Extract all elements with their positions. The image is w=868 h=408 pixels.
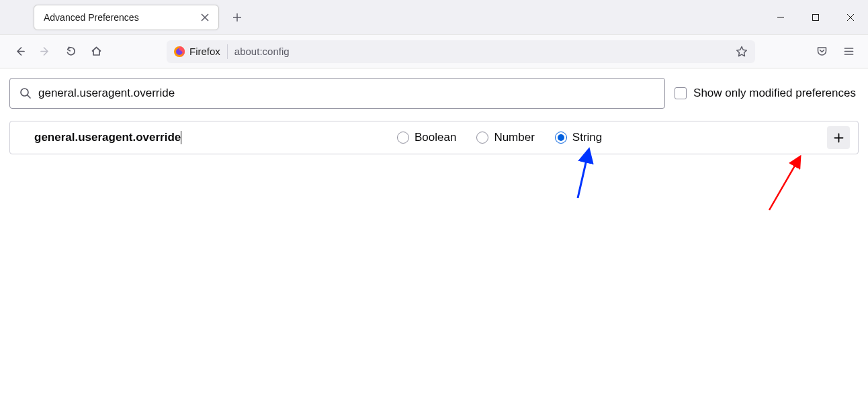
reload-icon [65, 46, 77, 57]
search-input[interactable] [38, 87, 655, 100]
radio-label: Number [494, 131, 534, 144]
urlbar-separator [227, 44, 228, 59]
radio-number[interactable]: Number [476, 131, 534, 144]
radio-circle [555, 132, 567, 144]
add-pref-button[interactable] [827, 126, 850, 149]
close-icon [201, 13, 209, 21]
text-cursor [181, 131, 181, 144]
pref-table: general.useragent.override Boolean Numbe… [9, 121, 859, 154]
radio-boolean[interactable]: Boolean [397, 131, 456, 144]
pref-row: general.useragent.override Boolean Numbe… [10, 121, 858, 154]
radio-label: Boolean [415, 131, 456, 144]
hamburger-icon [843, 46, 855, 57]
home-icon [91, 46, 102, 57]
plus-icon [834, 133, 844, 143]
identity-label: Firefox [189, 46, 220, 57]
forward-button[interactable] [34, 40, 56, 63]
radio-circle [397, 132, 409, 144]
close-icon [847, 13, 855, 21]
minimize-button[interactable] [763, 0, 798, 35]
radio-string[interactable]: String [555, 131, 602, 144]
tab-title: Advanced Preferences [44, 12, 198, 23]
radio-circle [476, 132, 488, 144]
back-button[interactable] [8, 40, 31, 63]
pocket-button[interactable] [810, 40, 833, 63]
minimize-icon [777, 13, 785, 21]
window-controls [763, 0, 868, 35]
star-icon [736, 46, 748, 58]
browser-tab[interactable]: Advanced Preferences [34, 5, 219, 30]
tab-bar: Advanced Preferences [0, 0, 868, 35]
search-box[interactable] [9, 78, 665, 109]
svg-rect-0 [813, 15, 819, 21]
app-menu-button[interactable] [837, 40, 860, 63]
new-tab-button[interactable] [226, 6, 249, 29]
about-config-content: Show only modified preferences general.u… [0, 68, 868, 164]
home-button[interactable] [85, 40, 107, 63]
reload-button[interactable] [59, 40, 82, 63]
nav-toolbar: Firefox about:config [0, 35, 868, 68]
back-icon [14, 46, 26, 57]
checkbox-label: Show only modified preferences [693, 87, 856, 100]
search-row: Show only modified preferences [9, 78, 859, 109]
close-tab-button[interactable] [198, 11, 212, 24]
firefox-icon [173, 46, 185, 58]
radio-label: String [572, 131, 602, 144]
url-text: about:config [234, 46, 732, 57]
identity-box[interactable]: Firefox [173, 46, 227, 58]
forward-icon [40, 46, 51, 57]
bookmark-button[interactable] [732, 42, 751, 61]
svg-line-5 [769, 158, 799, 210]
maximize-button[interactable] [798, 0, 833, 35]
show-modified-checkbox[interactable]: Show only modified preferences [675, 87, 859, 100]
pref-name[interactable]: general.useragent.override [34, 131, 397, 144]
plus-icon [232, 13, 242, 22]
close-window-button[interactable] [833, 0, 868, 35]
url-bar[interactable]: Firefox about:config [167, 40, 755, 63]
type-radio-group: Boolean Number String [397, 131, 602, 144]
pocket-icon [816, 46, 828, 57]
checkbox-box [675, 87, 687, 99]
maximize-icon [812, 13, 820, 21]
search-icon [19, 87, 32, 99]
